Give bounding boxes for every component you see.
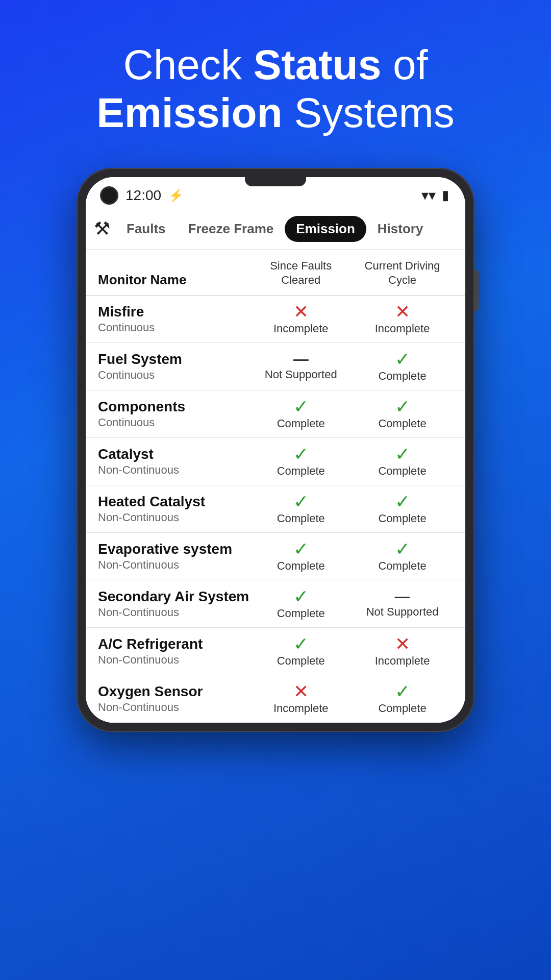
table-row: Components Continuous ✓ Complete ✓ Compl… [86,390,465,438]
monitor-name: A/C Refrigerant [98,636,250,652]
status-cell: — Not Supported [250,352,352,381]
monitor-name: Secondary Air System [98,589,250,605]
hero-line2: Emission Systems [96,89,455,136]
wifi-icon: ▾▾ [421,187,436,204]
obd-icon: ⚒ [94,218,110,239]
monitor-type: Non-Continuous [98,511,250,524]
tab-faults[interactable]: Faults [115,216,177,242]
status-bar-right: ▾▾ ▮ [421,187,449,204]
flash-icon: ⚡ [168,188,184,203]
status-cell: ✕ Incomplete [352,635,453,668]
status-cell: ✕ Incomplete [250,303,352,335]
status-cell: ✓ Complete [250,445,352,478]
monitor-name: Fuel System [98,351,250,368]
status-cell: ✕ Incomplete [250,682,352,715]
table-body: Misfire Continuous ✕ Incomplete ✕ Incomp… [86,296,465,723]
monitor-type: Continuous [98,369,250,382]
tab-history[interactable]: History [366,216,435,242]
battery-icon: ▮ [442,187,449,203]
status-label: Complete [378,559,426,573]
row-name: Heated Catalyst Non-Continuous [98,494,250,524]
row-name: Oxygen Sensor Non-Continuous [98,683,250,714]
status-label: Complete [277,417,325,430]
status-label: Incomplete [273,702,329,715]
status-cell: ✓ Complete [352,445,453,478]
status-label: Complete [378,417,426,430]
check-icon: ✓ [293,587,309,606]
row-name: Secondary Air System Non-Continuous [98,589,250,619]
monitor-type: Continuous [98,321,250,334]
check-icon: ✓ [293,635,309,653]
hero-title: Check Status of Emission Systems [66,41,485,137]
monitor-name: Catalyst [98,446,250,462]
x-icon: ✕ [395,303,410,321]
table-row: Secondary Air System Non-Continuous ✓ Co… [86,580,465,628]
status-label: Complete [277,654,325,668]
status-cell: ✓ Complete [352,398,453,430]
monitor-name: Misfire [98,304,250,320]
dash-icon: — [293,352,309,367]
dash-icon: — [395,589,410,604]
th-col1: Since FaultsCleared [250,259,352,288]
check-icon: ✓ [293,493,309,511]
status-label: Complete [378,370,426,383]
status-bar-left: 12:00 ⚡ [100,186,184,205]
table-row: Misfire Continuous ✕ Incomplete ✕ Incomp… [86,296,465,343]
status-label: Complete [378,512,426,525]
tab-emission[interactable]: Emission [285,216,366,242]
row-name: Fuel System Continuous [98,351,250,382]
status-cell: ✓ Complete [352,540,453,573]
monitor-type: Non-Continuous [98,558,250,572]
phone-notch [245,177,306,186]
phone-side-button [474,270,479,311]
status-label: Complete [277,559,325,573]
status-label: Not Supported [366,605,439,619]
monitor-type: Non-Continuous [98,653,250,667]
status-label: Complete [277,464,325,478]
emission-table: Monitor Name Since FaultsCleared Current… [86,250,465,723]
status-cell: ✓ Complete [250,540,352,573]
x-icon: ✕ [293,682,309,701]
check-icon: ✓ [395,493,410,511]
status-label: Incomplete [273,322,329,335]
status-label: Complete [277,512,325,525]
status-cell: ✕ Incomplete [352,303,453,335]
monitor-name: Evaporative system [98,541,250,557]
row-name: Catalyst Non-Continuous [98,446,250,477]
status-time: 12:00 [126,187,161,204]
status-cell: ✓ Complete [250,635,352,668]
table-row: A/C Refrigerant Non-Continuous ✓ Complet… [86,628,465,675]
row-name: A/C Refrigerant Non-Continuous [98,636,250,667]
check-icon: ✓ [395,682,410,701]
monitor-name: Components [98,399,250,415]
table-row: Heated Catalyst Non-Continuous ✓ Complet… [86,485,465,533]
status-label: Incomplete [375,654,430,668]
monitor-name: Heated Catalyst [98,494,250,510]
table-row: Oxygen Sensor Non-Continuous ✕ Incomplet… [86,675,465,723]
status-cell: ✓ Complete [352,493,453,525]
monitor-type: Non-Continuous [98,606,250,619]
x-icon: ✕ [293,303,309,321]
status-label: Complete [277,607,325,620]
status-label: Not Supported [265,368,337,381]
front-camera [100,186,118,205]
x-icon: ✕ [395,635,410,653]
th-monitor: Monitor Name [98,272,250,288]
status-label: Complete [378,702,426,715]
monitor-type: Non-Continuous [98,701,250,714]
row-name: Misfire Continuous [98,304,250,334]
monitor-type: Continuous [98,416,250,429]
check-icon: ✓ [293,398,309,416]
monitor-name: Oxygen Sensor [98,683,250,700]
tab-freeze-frame[interactable]: Freeze Frame [177,216,285,242]
status-cell: ✓ Complete [352,350,453,383]
status-cell: ✓ Complete [250,587,352,620]
check-icon: ✓ [293,445,309,463]
phone-screen: 12:00 ⚡ ▾▾ ▮ ⚒ Faults Freeze Frame Emiss… [86,177,465,723]
check-icon: ✓ [395,445,410,463]
row-name: Components Continuous [98,399,250,429]
status-cell: ✓ Complete [250,398,352,430]
check-icon: ✓ [395,398,410,416]
th-col2: Current DrivingCycle [352,259,453,288]
row-name: Evaporative system Non-Continuous [98,541,250,572]
